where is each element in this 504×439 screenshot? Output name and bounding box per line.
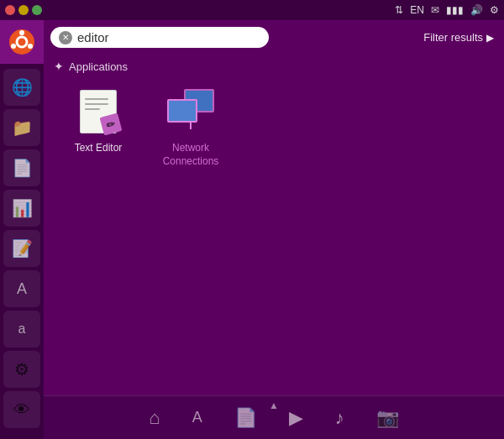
section-header: ✦ Applications — [54, 60, 494, 73]
launcher-item-spreadsheet[interactable]: 📊 — [3, 190, 40, 227]
keyboard-layout-icon: EN — [410, 4, 424, 16]
gear-icon: ⚙ — [14, 359, 29, 379]
dock-item-files[interactable]: 📄 — [231, 404, 260, 432]
launcher-item-amazon[interactable]: a — [3, 311, 40, 348]
launcher-item-text[interactable]: 📝 — [3, 230, 40, 267]
eye-icon: 👁 — [13, 400, 30, 420]
content-area: ✕ Filter results ▶ ✦ Applications — [44, 20, 504, 439]
te-line-3 — [85, 108, 100, 110]
amazon-icon: a — [18, 321, 26, 337]
close-button[interactable] — [5, 5, 15, 15]
launcher-item-font[interactable]: A — [3, 270, 40, 307]
te-pencil: ✏ — [100, 113, 123, 136]
battery-icon: ▮▮▮ — [446, 4, 464, 16]
settings-icon: ⚙ — [490, 4, 499, 16]
search-clear-button[interactable]: ✕ — [59, 31, 72, 44]
dock-item-home[interactable]: ⌂ — [145, 404, 163, 432]
ubuntu-logo-button[interactable] — [0, 20, 44, 64]
text-icon: 📝 — [12, 238, 33, 259]
filter-results-arrow: ▶ — [486, 32, 494, 44]
apps-section: ✦ Applications ✏ — [44, 55, 504, 173]
svg-point-2 — [19, 30, 24, 35]
monitor-screen — [169, 101, 196, 121]
launcher-item-files[interactable]: 📁 — [3, 109, 40, 146]
maximize-button[interactable] — [32, 5, 42, 15]
files-icon: 📁 — [12, 118, 33, 138]
te-line-1 — [85, 98, 108, 100]
svg-point-3 — [28, 44, 33, 49]
music-icon: ♪ — [335, 407, 344, 429]
launcher-item-settings[interactable]: ⚙ — [3, 351, 40, 388]
network-connections-icon — [167, 89, 214, 131]
files-dock-icon: 📄 — [234, 407, 257, 429]
launcher-item-browser[interactable]: 🌐 — [3, 69, 40, 106]
te-lines — [85, 98, 108, 110]
text-editor-icon-wrap: ✏ — [71, 83, 125, 137]
dock-item-applications[interactable]: A — [189, 405, 206, 430]
net-cable — [190, 123, 192, 129]
dock-up-arrow: ▲ — [269, 400, 279, 411]
monitor-front — [167, 99, 197, 123]
media-icon: ▶ — [289, 407, 303, 429]
home-icon: ⌂ — [149, 407, 160, 429]
launcher-sidebar: 🌐 📁 📄 📊 📝 A a ⚙ 👁 — [0, 20, 44, 439]
text-editor-icon: ✏ — [76, 86, 120, 133]
applications-icon: A — [192, 409, 202, 426]
text-editor-label: Text Editor — [75, 142, 123, 155]
ubuntu-logo-icon — [8, 29, 35, 55]
section-title: Applications — [69, 60, 128, 73]
transfer-icon: ⇅ — [395, 4, 403, 16]
network-connections-label: Network Connections — [153, 142, 228, 168]
launcher-item-view[interactable]: 👁 — [3, 391, 40, 428]
dock-item-photos[interactable]: 📷 — [373, 404, 402, 432]
minimize-button[interactable] — [18, 5, 29, 15]
window-controls — [5, 5, 42, 15]
app-grid: ✏ Text Editor — [54, 83, 494, 168]
filter-results-label: Filter results — [423, 31, 483, 44]
browser-icon: 🌐 — [12, 77, 33, 97]
top-bar: ⇅ EN ✉ ▮▮▮ 🔊 ⚙ — [0, 0, 504, 20]
app-item-network-connections[interactable]: Network Connections — [153, 83, 228, 168]
filter-results-button[interactable]: Filter results ▶ — [423, 31, 494, 44]
search-input[interactable] — [77, 30, 260, 44]
search-bar: ✕ Filter results ▶ — [44, 20, 504, 55]
dock-item-music[interactable]: ♪ — [332, 404, 348, 432]
network-connections-icon-wrap — [164, 83, 218, 137]
search-input-wrap: ✕ — [50, 27, 269, 48]
app-item-text-editor[interactable]: ✏ Text Editor — [60, 83, 136, 168]
photos-icon: 📷 — [376, 407, 399, 429]
mail-icon: ✉ — [431, 4, 439, 16]
main-container: 🌐 📁 📄 📊 📝 A a ⚙ 👁 ✕ — [0, 20, 504, 439]
launcher-item-document[interactable]: 📄 — [3, 149, 40, 186]
dock-item-media[interactable]: ▶ — [286, 404, 307, 432]
bottom-dock: ▲ ⌂ A 📄 ▶ ♪ 📷 — [44, 395, 504, 439]
volume-icon: 🔊 — [470, 4, 483, 16]
spreadsheet-icon: 📊 — [12, 198, 33, 218]
content-spacer — [44, 173, 504, 395]
te-line-2 — [85, 103, 108, 105]
document-icon: 📄 — [12, 158, 33, 178]
font-icon: A — [17, 280, 27, 298]
applications-section-icon: ✦ — [54, 60, 64, 73]
system-tray: ⇅ EN ✉ ▮▮▮ 🔊 ⚙ — [395, 4, 499, 16]
svg-point-4 — [11, 44, 16, 49]
